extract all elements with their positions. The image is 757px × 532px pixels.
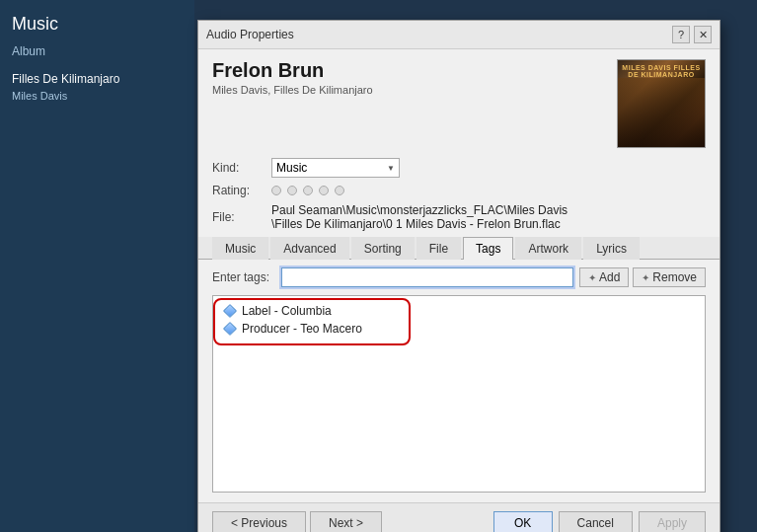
bottom-buttons: < Previous Next > OK Cancel Apply — [198, 502, 719, 532]
file-path: Paul Seaman\Music\monsterjazzlicks_FLAC\… — [271, 203, 706, 231]
add-label: Add — [599, 270, 620, 284]
tag-label-2: Producer - Teo Macero — [242, 322, 362, 336]
kind-select-wrapper[interactable]: Music — [271, 158, 400, 178]
tags-list-area: Label - Columbia Producer - Teo Macero — [212, 295, 706, 493]
tag-item-1[interactable]: Label - Columbia — [219, 302, 699, 320]
tab-artwork[interactable]: Artwork — [515, 237, 581, 260]
tab-file[interactable]: File — [416, 237, 461, 260]
next-button[interactable]: Next > — [310, 511, 382, 532]
tab-tags[interactable]: Tags — [463, 237, 513, 260]
album-art: MILES DAVIS FILLES DE KILIMANJARO — [617, 59, 706, 148]
add-tag-button[interactable]: ✦ Add — [579, 267, 629, 287]
header-info: Frelon Brun Miles Davis, Filles De Kilim… — [212, 59, 607, 96]
dialog-content: Frelon Brun Miles Davis, Filles De Kilim… — [198, 49, 719, 502]
star-1[interactable] — [271, 186, 281, 195]
cancel-button[interactable]: Cancel — [559, 511, 633, 532]
title-bar: Audio Properties ? ✕ — [198, 21, 719, 49]
ok-button[interactable]: OK — [493, 511, 553, 532]
kind-row: Kind: Music — [212, 158, 706, 178]
tag-item-2[interactable]: Producer - Teo Macero — [219, 320, 699, 338]
tag-diamond-icon — [223, 304, 237, 318]
file-row: File: Paul Seaman\Music\monsterjazzlicks… — [212, 203, 706, 231]
sidebar-artist: Miles Davis — [0, 88, 194, 104]
audio-properties-dialog: Audio Properties ? ✕ Frelon Brun Miles D… — [197, 20, 720, 532]
remove-icon: ✦ — [642, 272, 649, 283]
remove-label: Remove — [652, 270, 697, 284]
rating-row: Rating: — [212, 184, 706, 197]
tab-advanced[interactable]: Advanced — [270, 237, 348, 260]
nav-buttons: < Previous Next > — [212, 511, 382, 532]
previous-button[interactable]: < Previous — [212, 511, 306, 532]
sidebar-sub: Album — [0, 40, 194, 62]
add-icon: ✦ — [588, 272, 596, 283]
sidebar-track: Filles De Kilimanjaro — [0, 62, 194, 88]
tag-icon-2 — [223, 322, 237, 336]
header-section: Frelon Brun Miles Davis, Filles De Kilim… — [212, 59, 706, 148]
sidebar-title: Music — [0, 0, 194, 40]
tab-lyrics[interactable]: Lyrics — [583, 237, 640, 260]
tag-diamond-icon-2 — [223, 322, 237, 336]
tabs-row: MusicAdvancedSortingFileTagsArtworkLyric… — [198, 237, 719, 260]
action-buttons: OK Cancel Apply — [493, 511, 706, 532]
album-art-label: MILES DAVIS FILLES DE KILIMANJARO — [622, 64, 701, 78]
tags-buttons: ✦ Add ✦ Remove — [579, 267, 706, 287]
kind-select[interactable]: Music — [271, 158, 400, 178]
enter-tags-label: Enter tags: — [212, 270, 281, 284]
tab-music[interactable]: Music — [212, 237, 268, 260]
help-button[interactable]: ? — [672, 26, 690, 43]
kind-label: Kind: — [212, 161, 271, 175]
tags-enter-row: Enter tags: ✦ Add ✦ Remove — [212, 267, 706, 287]
track-subtitle: Miles Davis, Filles De Kilimanjaro — [212, 84, 607, 96]
file-label: File: — [212, 210, 271, 224]
album-art-face — [618, 78, 705, 147]
file-path-line2: \Filles De Kilimanjaro\0 1 Miles Davis -… — [271, 217, 561, 231]
tag-label-1: Label - Columbia — [242, 304, 332, 318]
tags-input[interactable] — [281, 267, 573, 287]
star-2[interactable] — [287, 186, 297, 195]
apply-button[interactable]: Apply — [639, 511, 706, 532]
star-4[interactable] — [319, 186, 329, 195]
star-3[interactable] — [303, 186, 313, 195]
file-path-line1: Paul Seaman\Music\monsterjazzlicks_FLAC\… — [271, 203, 568, 217]
remove-tag-button[interactable]: ✦ Remove — [633, 267, 706, 287]
track-title: Frelon Brun — [212, 59, 607, 82]
star-5[interactable] — [335, 186, 344, 195]
tag-icon-1 — [223, 304, 237, 318]
rating-label: Rating: — [212, 184, 271, 197]
tab-sorting[interactable]: Sorting — [351, 237, 415, 260]
rating-stars[interactable] — [271, 186, 344, 195]
dialog-title: Audio Properties — [206, 28, 294, 41]
title-bar-controls: ? ✕ — [672, 26, 712, 43]
close-button[interactable]: ✕ — [694, 26, 712, 43]
sidebar: Music Album Filles De Kilimanjaro Miles … — [0, 0, 194, 532]
